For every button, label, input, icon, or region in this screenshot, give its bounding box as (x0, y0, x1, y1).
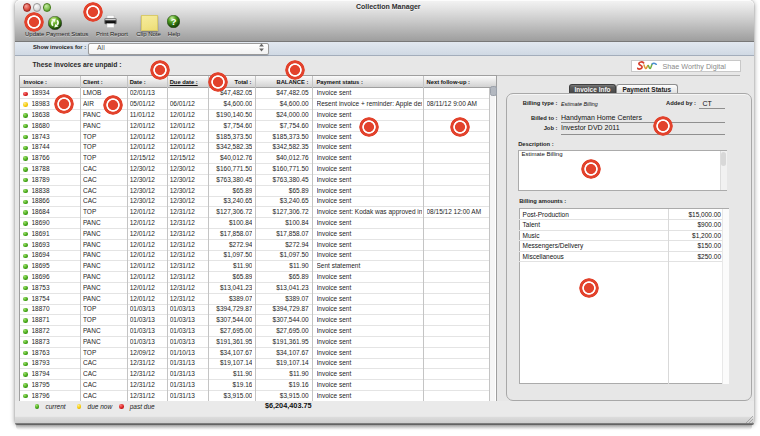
svg-text:?: ? (171, 16, 177, 27)
